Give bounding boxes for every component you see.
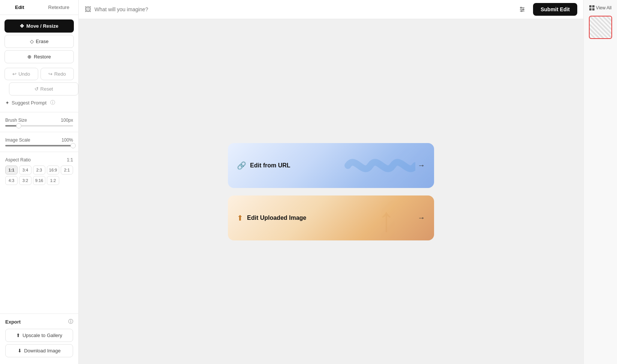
- main-content: 🖼 Submit Edit 🔗: [79, 0, 583, 364]
- image-scale-thumb[interactable]: [70, 143, 76, 148]
- undo-button[interactable]: ↩ Undo: [4, 68, 38, 80]
- download-icon: ⬇: [18, 348, 22, 354]
- settings-button[interactable]: [516, 4, 529, 14]
- divider-2: [0, 132, 78, 132]
- svg-rect-8: [592, 5, 595, 7]
- aspect-ratio-label: Aspect Ratio: [5, 157, 31, 163]
- restore-icon: ⊕: [27, 54, 31, 60]
- aspect-16-9[interactable]: 16:9: [47, 166, 59, 175]
- settings-icon: [519, 6, 526, 13]
- image-scale-value: 100%: [61, 137, 73, 143]
- upscale-icon: ⬆: [16, 333, 20, 338]
- reset-row: ↺ Reset: [0, 80, 78, 95]
- restore-button[interactable]: ⊕ Restore: [4, 50, 74, 63]
- link-icon: 🔗: [237, 161, 246, 170]
- sidebar-tools: ✥ Move / Resize ◇ Erase ⊕ Restore: [0, 15, 78, 68]
- undo-icon: ↩: [12, 71, 16, 77]
- image-scale-label-row: Image Scale 100%: [5, 137, 73, 143]
- image-scale-section: Image Scale 100%: [0, 134, 78, 149]
- redo-icon: ↪: [48, 71, 52, 77]
- export-label: Export: [5, 319, 21, 325]
- edit-uploaded-content: ⬆ Edit Uploaded Image: [228, 206, 315, 230]
- edit-uploaded-arrow: →: [409, 206, 434, 230]
- svg-rect-9: [589, 8, 592, 10]
- edit-from-url-card[interactable]: 🔗 Edit from URL →: [228, 143, 434, 188]
- divider-1: [0, 112, 78, 112]
- suggest-prompt-row[interactable]: ✦ Suggest Prompt ⓘ: [0, 95, 78, 110]
- aspect-3-2[interactable]: 3:2: [19, 176, 31, 185]
- prompt-input[interactable]: [94, 6, 511, 12]
- move-resize-icon: ✥: [20, 23, 24, 29]
- aspect-3-4[interactable]: 3:4: [19, 166, 31, 175]
- submit-edit-button[interactable]: Submit Edit: [533, 3, 577, 16]
- aspect-9-16[interactable]: 9:16: [33, 176, 45, 185]
- aspect-label-row: Aspect Ratio 1:1: [5, 157, 73, 163]
- undo-redo-row: ↩ Undo ↪ Redo: [0, 68, 78, 80]
- aspect-4-3[interactable]: 4:3: [5, 176, 18, 185]
- redo-button[interactable]: ↪ Redo: [40, 68, 74, 80]
- erase-icon: ◇: [30, 39, 34, 44]
- svg-point-3: [521, 7, 522, 8]
- sidebar-tabs: Edit Retexture: [0, 0, 78, 15]
- tab-edit[interactable]: Edit: [0, 0, 39, 15]
- aspect-ratio-value: 1:1: [67, 157, 73, 163]
- image-scale-track[interactable]: [5, 145, 73, 146]
- view-all-label: View All: [596, 5, 612, 10]
- erase-button[interactable]: ◇ Erase: [4, 35, 74, 48]
- aspect-2-3[interactable]: 2:3: [33, 166, 45, 175]
- right-panel: View All: [583, 0, 617, 364]
- grid-icon: [589, 5, 595, 10]
- aspect-1-2[interactable]: 1:2: [47, 176, 59, 185]
- image-icon: 🖼: [85, 6, 91, 13]
- edit-uploaded-image-card[interactable]: ↑ ⬆ Edit Uploaded Image →: [228, 195, 434, 240]
- aspect-2-1[interactable]: 2:1: [61, 166, 73, 175]
- aspect-1-1[interactable]: 1:1: [5, 166, 18, 175]
- reset-icon: ↺: [34, 86, 39, 92]
- reset-button[interactable]: ↺ Reset: [9, 82, 78, 95]
- brush-size-section: Brush Size 100px: [0, 115, 78, 130]
- image-scale-fill: [5, 145, 73, 146]
- edit-uploaded-label: Edit Uploaded Image: [247, 215, 306, 221]
- export-info-icon: ⓘ: [68, 318, 73, 325]
- svg-point-4: [523, 9, 524, 10]
- image-scale-label: Image Scale: [5, 137, 30, 143]
- wave-decoration: [340, 147, 415, 184]
- upscale-gallery-button[interactable]: ⬆ Upscale to Gallery: [5, 329, 73, 342]
- svg-point-5: [521, 10, 522, 12]
- upload-icon: ⬆: [237, 213, 243, 222]
- download-image-button[interactable]: ⬇ Download Image: [5, 344, 73, 357]
- options-container: 🔗 Edit from URL → ↑ ⬆ Edit Uploaded Imag…: [228, 143, 434, 240]
- move-resize-button[interactable]: ✥ Move / Resize: [4, 19, 74, 33]
- svg-text:↑: ↑: [378, 201, 395, 237]
- prompt-input-wrap: 🖼: [85, 6, 511, 13]
- edit-from-url-arrow: →: [409, 154, 434, 177]
- svg-rect-10: [592, 8, 595, 10]
- canvas-area: 🔗 Edit from URL → ↑ ⬆ Edit Uploaded Imag…: [79, 19, 583, 364]
- edit-from-url-content: 🔗 Edit from URL: [228, 154, 300, 178]
- divider-3: [0, 152, 78, 152]
- view-all-button[interactable]: View All: [588, 4, 613, 12]
- aspect-grid: 1:1 3:4 2:3 16:9 2:1 4:3 3:2 9:16 1:2: [5, 166, 73, 185]
- left-sidebar: Edit Retexture ✥ Move / Resize ◇ Erase ⊕…: [0, 0, 79, 364]
- top-bar: 🖼 Submit Edit: [79, 0, 583, 19]
- edit-from-url-label: Edit from URL: [250, 162, 291, 169]
- brush-size-label: Brush Size: [5, 118, 27, 123]
- tab-retexture[interactable]: Retexture: [39, 0, 79, 15]
- brush-size-value: 100px: [61, 118, 73, 123]
- export-section: Export ⓘ ⬆ Upscale to Gallery ⬇ Download…: [0, 313, 78, 364]
- export-header: Export ⓘ: [5, 318, 73, 325]
- brush-size-track[interactable]: [5, 125, 73, 127]
- spacer: [0, 188, 78, 313]
- brush-size-label-row: Brush Size 100px: [5, 118, 73, 123]
- svg-rect-7: [589, 5, 592, 7]
- brush-size-thumb[interactable]: [16, 123, 21, 128]
- aspect-ratio-section: Aspect Ratio 1:1 1:1 3:4 2:3 16:9 2:1 4:…: [0, 154, 78, 188]
- info-icon: ⓘ: [50, 99, 55, 106]
- thumbnail-card[interactable]: [589, 16, 612, 39]
- sparkle-icon: ✦: [5, 100, 9, 106]
